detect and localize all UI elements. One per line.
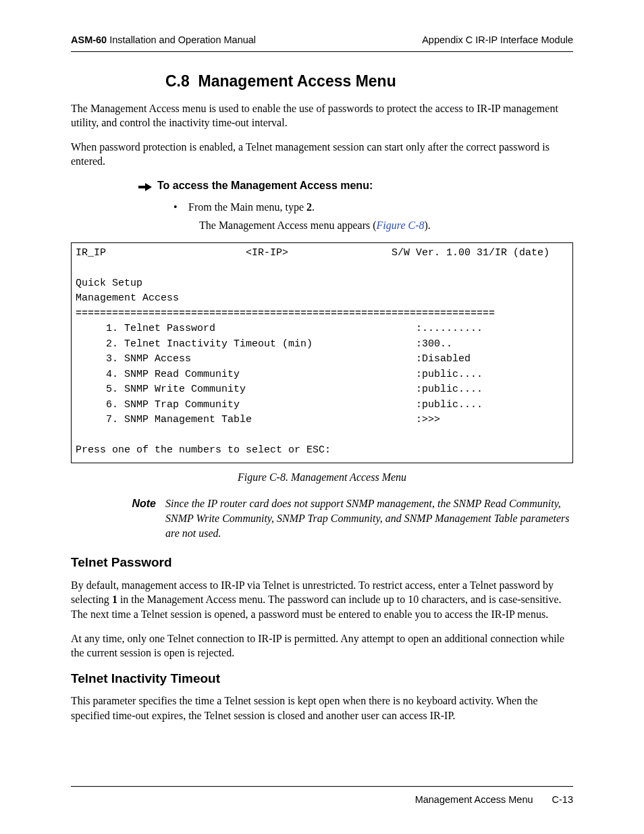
procedure-heading: To access the Management Access menu: xyxy=(157,178,373,193)
intro-para-2: When password protection is enabled, a T… xyxy=(71,140,573,169)
procedure-result: The Management Access menu appears (Figu… xyxy=(199,218,573,233)
section-heading: C.8 Management Access Menu xyxy=(165,71,573,92)
product-name: ASM-60 xyxy=(71,34,107,45)
page-header: ASM-60 Installation and Operation Manual… xyxy=(71,34,573,52)
telnet-timeout-para-1: This parameter specifies the time a Teln… xyxy=(71,694,573,723)
bullet-icon: • xyxy=(173,200,188,215)
header-right: Appendix C IR-IP Interface Module xyxy=(422,34,573,47)
subheading-telnet-password: Telnet Password xyxy=(71,554,573,571)
note-body: Since the IP router card does not suppor… xyxy=(165,496,573,540)
telnet-password-para-2: At any time, only one Telnet connection … xyxy=(71,631,573,660)
subheading-telnet-timeout: Telnet Inactivity Timeout xyxy=(71,670,573,687)
figure-crossref[interactable]: Figure C-8 xyxy=(377,219,425,231)
intro-para-1: The Management Access menu is used to en… xyxy=(71,101,573,130)
note-label: Note xyxy=(71,496,165,511)
procedure-step-text: From the Main menu, type 2. xyxy=(188,200,315,215)
manual-name: Installation and Operation Manual xyxy=(107,34,256,45)
footer-title: Management Access Menu xyxy=(415,793,533,807)
section-title: Management Access Menu xyxy=(198,72,396,90)
telnet-password-para-1: By default, management access to IR-IP v… xyxy=(71,578,573,622)
header-left: ASM-60 Installation and Operation Manual xyxy=(71,34,256,47)
footer-page: C-13 xyxy=(552,793,573,807)
procedure-heading-row: To access the Management Access menu: xyxy=(138,178,573,196)
page-footer: Management Access Menu C-13 xyxy=(71,786,573,807)
terminal-screen: IR_IP <IR-IP> S/W Ver. 1.00 31/IR (date)… xyxy=(71,242,573,463)
figure-caption: Figure C-8. Management Access Menu xyxy=(71,470,573,485)
section-number: C.8 xyxy=(165,72,190,90)
arrow-icon xyxy=(138,181,157,196)
procedure-step: • From the Main menu, type 2. xyxy=(173,200,573,215)
note-block: Note Since the IP router card does not s… xyxy=(71,496,573,540)
